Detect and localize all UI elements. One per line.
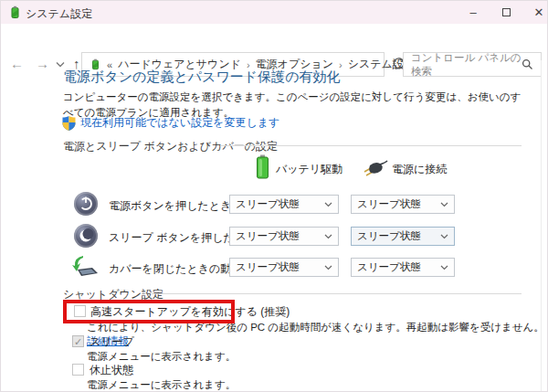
maximize-button[interactable] (490, 1, 522, 24)
recent-pages-chevron-icon[interactable] (56, 61, 65, 68)
section-divider (152, 293, 522, 294)
section-power-title: 電源とスリープ ボタンおよびカバーの設定 (63, 139, 278, 154)
sleep-button-plugged-select[interactable]: スリープ状態 (351, 227, 455, 246)
hibernate-checkbox[interactable] (72, 364, 84, 376)
uac-settings-link[interactable]: 現在利用可能ではない設定を変更します (80, 115, 279, 131)
uac-shield-icon (62, 116, 76, 131)
sleep-label: スリープ (90, 334, 134, 350)
window-title: システム設定 (26, 6, 92, 22)
title-bar: システム設定 – ✕ (1, 1, 547, 24)
fast-startup-checkbox[interactable] (74, 305, 86, 317)
power-button-icon (74, 192, 98, 216)
window-right-edge (541, 60, 542, 391)
chevron-down-icon (440, 234, 448, 239)
sleep-button-battery-select[interactable]: スリープ状態 (229, 227, 339, 246)
section-divider (220, 145, 522, 146)
system-settings-window: システム設定 – ✕ ← → ↑ « ハードウェアとサウンド › 電源オプション… (0, 0, 548, 392)
battery-column-header: バッテリ駆動 (276, 162, 342, 177)
plug-icon (361, 160, 388, 177)
chevron-down-icon (324, 265, 332, 270)
uac-settings-link-row[interactable]: 現在利用可能ではない設定を変更します (62, 115, 279, 131)
navigation-bar: ← → ↑ « ハードウェアとサウンド › 電源オプション › システム設定 (1, 24, 547, 60)
close-button[interactable]: ✕ (523, 1, 548, 24)
lid-close-row-label: カバーを閉じたときの動作: (109, 261, 246, 277)
chevron-down-icon (324, 234, 332, 239)
lid-close-plugged-select[interactable]: スリープ状態 (351, 258, 455, 277)
sleep-sub-text: 電源メニューに表示されます。 (87, 350, 236, 364)
search-input[interactable]: コントロール パネルの検索 (411, 51, 522, 79)
section-shutdown-title: シャットダウン設定 (63, 287, 163, 302)
search-box[interactable]: コントロール パネルの検索 (403, 52, 542, 77)
sleep-button-icon (74, 224, 98, 248)
hibernate-label: 休止状態 (90, 363, 133, 378)
chevron-down-icon (440, 265, 448, 270)
fast-startup-description: これにより、シャットダウン後の PC の起動時間が速くなります。再起動は影響を受… (87, 321, 547, 348)
plugged-column-header: 電源に接続 (392, 162, 447, 177)
fast-startup-label: 高速スタートアップを有効にする (推奨) (90, 304, 290, 320)
chevron-down-icon (324, 202, 332, 207)
lid-close-battery-select[interactable]: スリープ状態 (229, 258, 339, 277)
back-button[interactable]: ← (10, 56, 24, 71)
sleep-checkbox[interactable]: ✓ (72, 335, 84, 347)
maximize-icon (502, 8, 511, 16)
lid-close-icon (70, 255, 100, 279)
power-button-plugged-select[interactable]: スリープ状態 (351, 195, 455, 214)
power-button-battery-select[interactable]: スリープ状態 (229, 195, 339, 214)
battery-icon (256, 154, 269, 179)
hibernate-sub-text: 電源メニューに表示されます。 (87, 378, 236, 392)
search-icon[interactable] (522, 58, 533, 70)
forward-button[interactable]: → (36, 56, 49, 71)
chevron-down-icon (440, 202, 448, 207)
page-title: 電源ボタンの定義とパスワード保護の有効化 (63, 69, 341, 86)
app-power-icon (8, 5, 22, 19)
minimize-button[interactable]: – (458, 1, 489, 24)
